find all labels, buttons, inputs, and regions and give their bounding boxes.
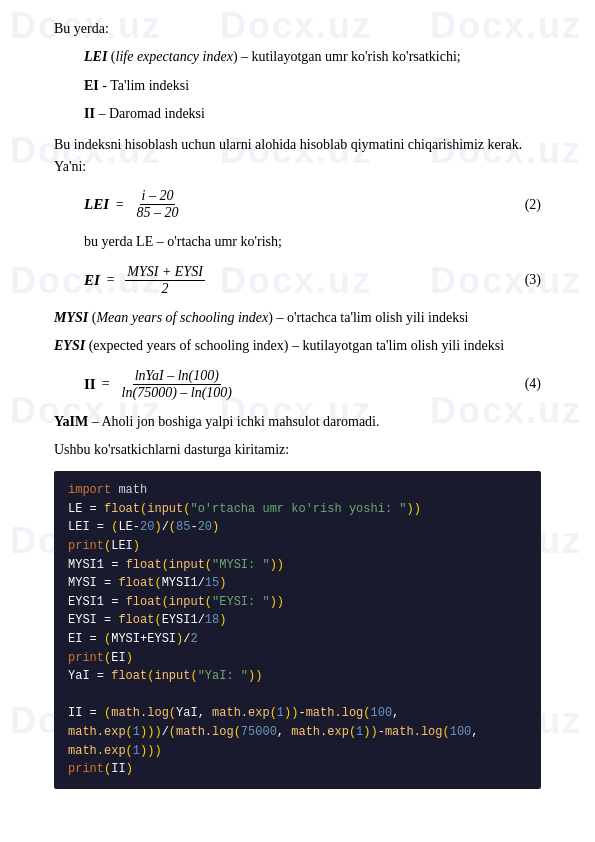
ei-item: EI - Ta'lim indeksi xyxy=(84,75,541,97)
yaim-text: – Aholi jon boshiga yalpi ichki mahsulot… xyxy=(92,414,380,429)
ei-eq-num: (3) xyxy=(525,272,541,288)
ei-equals: = xyxy=(106,272,115,288)
yaim-label: YaIM xyxy=(54,414,88,429)
ei-numerator: MYSI + EYSI xyxy=(125,264,205,281)
ii-item: II – Daromad indeksi xyxy=(84,103,541,125)
eysi-text: (expected years of schooling index) – ku… xyxy=(89,338,504,353)
lei-numerator: i – 20 xyxy=(140,188,176,205)
ei-desc: - Ta'lim indeksi xyxy=(102,78,189,93)
eysi-def: EYSI (expected years of schooling index)… xyxy=(54,335,541,357)
ii-fraction: lnYaI – ln(100) ln(75000) – ln(100) xyxy=(120,368,234,401)
ii-equals: = xyxy=(102,376,110,392)
lei-fraction: i – 20 85 – 20 xyxy=(134,188,180,221)
ei-formula-content: EI = MYSI + EYSI 2 xyxy=(84,264,209,297)
mysi-text: (Mean years of schooling index) – o'rtac… xyxy=(92,310,469,325)
mysi-label: MYSI xyxy=(54,310,88,325)
ii-eq-num: (4) xyxy=(525,376,541,392)
lei-formula-label: LEI xyxy=(84,196,109,213)
ii-denominator: ln(75000) – ln(100) xyxy=(120,385,234,401)
formula-intro: Bu indeksni hisoblash uchun ularni alohi… xyxy=(54,134,541,179)
code-block: import math LE = float(input("o'rtacha u… xyxy=(54,471,541,789)
ei-label: EI xyxy=(84,78,99,93)
lei-note: bu yerda LE – o'rtacha umr ko'rish; xyxy=(84,231,541,253)
lei-eq-num: (2) xyxy=(525,197,541,213)
code-intro: Ushbu ko'rsatkichlarni dasturga kiritami… xyxy=(54,439,541,461)
ii-label: II xyxy=(84,106,95,121)
ii-desc: – Daromad indeksi xyxy=(98,106,205,121)
lei-formula-block: LEI = i – 20 85 – 20 (2) xyxy=(84,188,541,221)
ii-formula-content: II = lnYaI – ln(100) ln(75000) – ln(100) xyxy=(84,368,238,401)
lei-equals: = xyxy=(115,197,124,213)
ei-fraction: MYSI + EYSI 2 xyxy=(125,264,205,297)
ii-formula-block: II = lnYaI – ln(100) ln(75000) – ln(100)… xyxy=(84,368,541,401)
lei-formula-content: LEI = i – 20 85 – 20 xyxy=(84,188,184,221)
ii-numerator: lnYaI – ln(100) xyxy=(133,368,221,385)
lei-parens: (life expectancy index) xyxy=(111,49,238,64)
lei-item: LEI (life expectancy index) – kutilayotg… xyxy=(84,46,541,68)
intro-text: Bu yerda: xyxy=(54,18,541,40)
lei-label: LEI xyxy=(84,49,107,64)
mysi-def: MYSI (Mean years of schooling index) – o… xyxy=(54,307,541,329)
ii-formula-label: II xyxy=(84,376,96,393)
ei-formula-label: EI xyxy=(84,272,100,289)
lei-denominator: 85 – 20 xyxy=(134,205,180,221)
ei-formula-block: EI = MYSI + EYSI 2 (3) xyxy=(84,264,541,297)
ei-denominator: 2 xyxy=(160,281,171,297)
yaim-def: YaIM – Aholi jon boshiga yalpi ichki mah… xyxy=(54,411,541,433)
lei-desc: – kutilayotgan umr ko'rish ko'rsatkichi; xyxy=(241,49,461,64)
eysi-label: EYSI xyxy=(54,338,85,353)
